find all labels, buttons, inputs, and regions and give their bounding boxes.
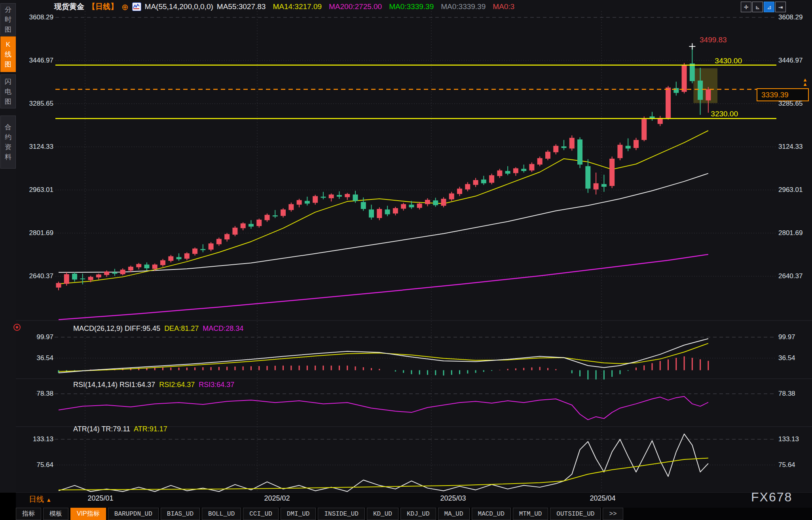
bottom-tab--[interactable]: >> xyxy=(603,508,623,520)
bottom-tab-cci-ud[interactable]: CCI_UD xyxy=(243,508,279,520)
macd-diff-value: DIFF:95.45 xyxy=(125,325,160,332)
period-selector[interactable]: 日线 ▲ xyxy=(29,494,51,505)
sidebar-tab-label: K线图 xyxy=(4,40,12,69)
bottom-tab-boll-ud[interactable]: BOLL_UD xyxy=(202,508,241,520)
auto-scale-icon[interactable]: ⊿ xyxy=(764,2,774,12)
price-axis-label-left: 3608.29 xyxy=(16,13,53,21)
macd-name: MACD(26,12,9) xyxy=(73,325,123,332)
x-axis-row: 2025/012025/022025/032025/04 xyxy=(16,493,812,508)
bottom-tab-vip指标[interactable]: VIP指标 xyxy=(70,508,106,520)
bottom-tab-kd-ud[interactable]: KD_UD xyxy=(367,508,398,520)
crosshair-icon[interactable]: ✛ xyxy=(741,2,751,12)
price-axis-label-right: 2640.37 xyxy=(778,272,803,280)
chart-header: 现货黄金 【日线】 ⊕ MA(55,14,200,0,0,0) MA55:302… xyxy=(54,2,514,12)
rsi-axis-label-right: 78.38 xyxy=(778,390,795,398)
price-axis-label-left: 2801.69 xyxy=(16,229,53,237)
sidebar-tab-4[interactable]: 合约资料 xyxy=(0,116,16,169)
sidebar-tab-1[interactable]: 分时图 xyxy=(0,3,16,36)
price-axis-label-left: 2640.37 xyxy=(16,272,53,280)
ma-legend-item-0: MA55:3027.83 xyxy=(217,2,266,11)
price-axis-label-left: 3285.65 xyxy=(16,100,53,108)
ma-legend-item-3: MA0:3339.39 xyxy=(389,2,434,11)
price-axis-label-right: 3285.65 xyxy=(778,100,803,108)
ma-legend: MA55:3027.83MA14:3217.09MA200:2725.00MA0… xyxy=(217,2,514,11)
sidebar-tab-2[interactable]: K线图 xyxy=(0,36,16,72)
rsi-pane-header: RSI(14,14,14) RSI1:64.37 RSI2:64.37 RSI3… xyxy=(73,381,234,389)
ma-legend-item-4: MA0:3339.39 xyxy=(441,2,486,11)
macd-macd-value: MACD:28.34 xyxy=(203,325,243,332)
x-axis-label: 2025/03 xyxy=(440,494,466,503)
corner-block xyxy=(0,493,16,520)
rsi3-value: RSI3:64.37 xyxy=(199,381,234,389)
macd-axis-label-left: 36.54 xyxy=(16,354,53,362)
bottom-tab-模板[interactable]: 模板 xyxy=(43,508,68,520)
sidebar-tab-3[interactable]: 闪电图 xyxy=(0,74,16,108)
x-axis-label: 2025/01 xyxy=(87,494,113,503)
bottom-tab-ma-ud[interactable]: MA_UD xyxy=(438,508,470,520)
bottom-tab-bias-ud[interactable]: BIAS_UD xyxy=(161,508,200,520)
macd-axis-label-right: 99.97 xyxy=(778,333,795,341)
rsi-axis-label-left: 78.38 xyxy=(16,390,53,398)
atr-pane-header: ATR(14) TR:79.11 ATR:91.17 xyxy=(73,425,167,433)
price-axis-label-right: 3124.33 xyxy=(778,143,803,151)
rsi-name: RSI(14,14,14) xyxy=(73,381,118,389)
period-selector-label: 日线 xyxy=(29,495,44,503)
bottom-tab-dmi-ud[interactable]: DMI_UD xyxy=(281,508,316,520)
macd-axis-label-left: 99.97 xyxy=(16,333,53,341)
atr-name: ATR(14) xyxy=(73,425,100,433)
price-axis-label-right: 2963.01 xyxy=(778,186,803,194)
rsi2-value: RSI2:64.37 xyxy=(159,381,195,389)
bottom-tab-outside-ud[interactable]: OUTSIDE_UD xyxy=(550,508,601,520)
price-axis-label-right: 3608.29 xyxy=(778,13,803,21)
atr-axis-label-right: 75.64 xyxy=(778,461,795,469)
pan-right-icon[interactable]: ⇥ xyxy=(775,2,786,12)
indicator-tabbar: 指标模板VIP指标BARUPDN_UDBIAS_UDBOLL_UDCCI_UDD… xyxy=(16,508,812,520)
chart-canvas[interactable] xyxy=(0,0,812,493)
drawing-target-icon[interactable] xyxy=(13,324,21,331)
add-indicator-icon[interactable]: ⊕ xyxy=(121,3,129,11)
period-dropdown-arrow-icon: ▲ xyxy=(46,497,51,503)
kline-app: 现货黄金 【日线】 ⊕ MA(55,14,200,0,0,0) MA55:302… xyxy=(0,0,812,520)
resistance-level-label: 3430.00 xyxy=(698,57,742,65)
price-up-arrows-icon: ▲▲ xyxy=(803,78,808,86)
sidebar-tab-label: 合约资料 xyxy=(4,122,12,162)
x-axis-label: 2025/02 xyxy=(264,494,290,503)
price-axis-label-left: 3124.33 xyxy=(16,143,53,151)
ma-settings: MA(55,14,200,0,0,0) xyxy=(145,2,213,11)
atr-tr-value: TR:79.11 xyxy=(101,425,130,433)
atr-axis-label-left: 133.13 xyxy=(16,435,53,443)
ma-legend-item-1: MA14:3217.09 xyxy=(273,2,322,11)
ma-legend-item-5: MA0:3 xyxy=(493,2,514,11)
macd-pane-header: MACD(26,12,9) DIFF:95.45 DEA:81.27 MACD:… xyxy=(73,325,243,333)
bottom-tab-mtm-ud[interactable]: MTM_UD xyxy=(513,508,548,520)
atr-axis-label-left: 75.64 xyxy=(16,461,53,469)
price-axis-label-left: 2963.01 xyxy=(16,186,53,194)
rsi1-value: RSI1:64.37 xyxy=(120,381,155,389)
atr-atr-value: ATR:91.17 xyxy=(134,425,167,433)
watermark: FX678 xyxy=(751,490,792,505)
mini-chart-icon[interactable] xyxy=(132,2,141,11)
macd-dea-value: DEA:81.27 xyxy=(164,325,199,332)
atr-axis-label-right: 133.13 xyxy=(778,435,799,443)
sidebar-tab-label: 闪电图 xyxy=(4,77,12,106)
support-level-label: 3230.00 xyxy=(694,110,738,118)
axis-scale-icon[interactable]: ⊾ xyxy=(752,2,763,12)
ma-legend-item-2: MA200:2725.00 xyxy=(329,2,382,11)
price-axis-label-right: 2801.69 xyxy=(778,229,803,237)
bottom-tab-kdj-ud[interactable]: KDJ_UD xyxy=(400,508,436,520)
x-axis-label: 2025/04 xyxy=(590,494,615,503)
price-axis-label-left: 3446.97 xyxy=(16,57,53,65)
left-sidebar: 分时图K线图闪电图合约资料 xyxy=(0,0,16,493)
sidebar-tab-label: 分时图 xyxy=(4,5,12,34)
candles xyxy=(56,46,711,290)
bottom-tab-inside-ud[interactable]: INSIDE_UD xyxy=(318,508,364,520)
macd-axis-label-right: 36.54 xyxy=(778,354,795,362)
period-tag: 【日线】 xyxy=(88,2,118,12)
symbol-title: 现货黄金 xyxy=(54,2,84,12)
bottom-tab-指标[interactable]: 指标 xyxy=(16,508,41,520)
chart-toolbar: ✛⊾⊿⇥ xyxy=(741,2,786,12)
price-axis-label-right: 3446.97 xyxy=(778,57,803,65)
bottom-tab-barupdn-ud[interactable]: BARUPDN_UD xyxy=(108,508,159,520)
high-annotation-label: 3499.83 xyxy=(700,36,727,44)
bottom-tab-macd-ud[interactable]: MACD_UD xyxy=(472,508,511,520)
